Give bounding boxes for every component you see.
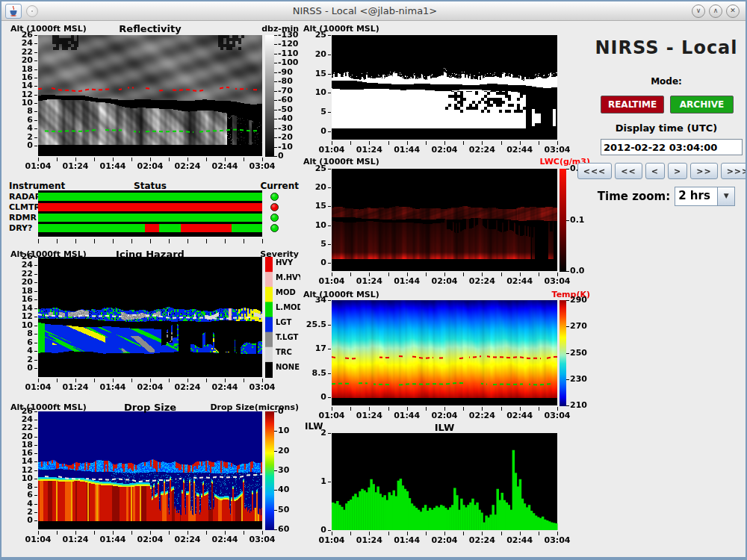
archive-button[interactable]: ARCHIVE (670, 96, 734, 113)
chevron-down-icon[interactable]: ▼ (717, 187, 734, 205)
nav-forward-button[interactable]: > (668, 163, 687, 179)
status-bar (38, 224, 262, 232)
window-menu-button[interactable] (26, 5, 38, 17)
status-row-label: RDMR (9, 214, 37, 222)
status-axis-tick (57, 239, 58, 243)
status-current-indicator (270, 214, 279, 222)
reflectivity-panel (7, 22, 300, 179)
status-current-indicator (270, 224, 279, 232)
cloud-mask-panel (300, 22, 592, 154)
status-axis-tick (150, 239, 151, 243)
nav-forward-fast-button[interactable]: >>> (721, 163, 747, 179)
status-bar-segment (145, 224, 160, 232)
status-axis-tick (75, 239, 76, 243)
mode-label: Mode: (593, 76, 740, 87)
nav-back-medium-button[interactable]: << (615, 163, 642, 179)
status-bar-segment (181, 224, 232, 232)
app-title: NIRSS - Local (593, 37, 740, 58)
status-axis-tick (38, 239, 39, 243)
lwc-panel (300, 155, 592, 288)
status-bar-segment (38, 203, 262, 211)
nav-back-fast-button[interactable]: <<< (577, 163, 613, 179)
realtime-button[interactable]: REALTIME (601, 96, 664, 113)
status-bar (38, 193, 262, 201)
ilw-area-chart (300, 421, 592, 557)
close-icon: ✕ (730, 7, 736, 14)
java-coffee-cup-icon (9, 6, 18, 16)
status-bar-segment (38, 193, 262, 201)
control-panel: NIRSS - Local Mode: REALTIME ARCHIVE Dis… (593, 31, 740, 225)
cloud-mask-heatmap (300, 22, 592, 154)
status-header-current: Current (260, 181, 299, 191)
display-time-input[interactable] (601, 139, 743, 155)
maximize-icon: ∧ (713, 7, 719, 14)
status-axis-tick (244, 239, 244, 243)
status-axis-tick (187, 239, 188, 243)
status-axis-tick (94, 239, 95, 243)
status-axis-tick (206, 239, 207, 243)
reflectivity-heatmap (7, 22, 300, 179)
temperature-panel (300, 288, 592, 421)
status-row-label: CLMTR (9, 203, 40, 211)
status-bar-segment (232, 224, 262, 232)
status-bar-segment (38, 214, 262, 222)
status-axis-tick (113, 239, 114, 243)
drop-size-heatmap (7, 401, 300, 558)
status-axis-tick (262, 239, 263, 243)
display-time-label: Display time (UTC) (593, 122, 740, 134)
instrument-status-panel: Instrument Status Current RADARCLMTRRDMR… (7, 181, 300, 248)
minimize-icon: ∨ (696, 7, 701, 14)
time-zoom-label: Time zoom: (598, 190, 670, 203)
status-current-indicator (270, 193, 279, 201)
status-row-label: DRY? (9, 224, 32, 232)
nav-back-button[interactable]: < (645, 163, 665, 179)
maximize-button[interactable]: ∧ (709, 4, 722, 18)
time-zoom-value: 2 hrs (675, 187, 717, 205)
titlebar[interactable]: NIRSS - Local <@jlab-nima1> ∨ ∧ ✕ (1, 1, 746, 21)
time-zoom-select[interactable]: 2 hrs ▼ (675, 187, 735, 206)
drop-size-panel (7, 401, 300, 558)
status-axis-tick (225, 239, 226, 243)
icing-hazard-panel (7, 248, 300, 399)
status-header-status: Status (38, 181, 262, 191)
minimize-button[interactable]: ∨ (692, 4, 705, 18)
window-title: NIRSS - Local <@jlab-nima1> (38, 5, 692, 16)
close-button[interactable]: ✕ (726, 4, 740, 18)
app-window: NIRSS - Local <@jlab-nima1> ∨ ∧ ✕ Instru… (0, 0, 747, 560)
status-current-indicator (270, 203, 279, 211)
lwc-heatmap (300, 155, 592, 288)
status-bar-segment (159, 224, 181, 232)
icing-hazard-heatmap (7, 248, 300, 399)
java-icon[interactable] (5, 4, 22, 19)
ilw-panel (300, 421, 592, 557)
temperature-heatmap (300, 288, 592, 421)
status-bar (38, 214, 262, 222)
status-bar-segment (38, 224, 145, 232)
status-axis-tick (131, 239, 132, 243)
status-row-label: RADAR (9, 193, 41, 201)
status-axis-tick (169, 239, 170, 243)
status-bar (38, 203, 262, 211)
nav-forward-medium-button[interactable]: >> (690, 163, 717, 179)
